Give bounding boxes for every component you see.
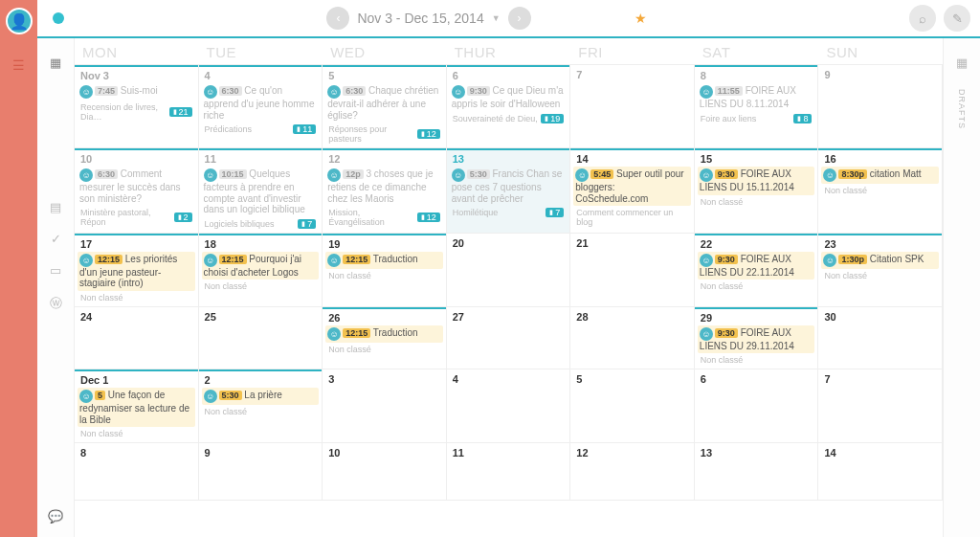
search-button[interactable]: ⌕ xyxy=(909,5,936,32)
event[interactable]: ☺7:45 Suis-moi xyxy=(78,83,195,101)
day-cell[interactable]: 28 xyxy=(570,307,695,370)
day-cell[interactable]: 23☺1:30p Citation SPKNon classé xyxy=(818,234,943,307)
day-cell[interactable]: 17☺12:15 Les priorités d'un jeune pasteu… xyxy=(75,234,199,307)
day-number: 11 xyxy=(202,152,320,167)
day-cell[interactable]: 4 xyxy=(447,369,571,443)
stats-badge: 19 xyxy=(541,114,564,123)
event[interactable]: ☺11:55 FOIRE AUX LIENS DU 8.11.2014 xyxy=(698,83,815,112)
check-icon[interactable]: ✓ xyxy=(51,232,61,246)
drafts-calendar-icon[interactable]: ▦ xyxy=(956,56,968,70)
drafts-label[interactable]: DRAFTS xyxy=(957,89,967,129)
event[interactable]: ☺5:30 La prière xyxy=(202,388,320,405)
event[interactable]: ☺5:30 Francis Chan se pose ces 7 questio… xyxy=(450,167,568,206)
day-cell[interactable]: 10 xyxy=(323,443,447,501)
event[interactable]: ☺6:30 Chaque chrétien devrait-il adhérer… xyxy=(325,83,443,123)
star-icon[interactable]: ★ xyxy=(635,11,647,26)
day-cell[interactable]: 18☺12:15 Pourquoi j'ai choisi d'acheter … xyxy=(199,234,323,307)
calendar-icon[interactable]: ▤ xyxy=(50,200,61,214)
day-cell[interactable]: 13☺5:30 Francis Chan se pose ces 7 quest… xyxy=(447,148,571,234)
day-cell[interactable]: Dec 1☺5 Une façon de redynamiser sa lect… xyxy=(75,369,199,443)
day-cell[interactable]: 4☺6:30 Ce qu'on apprend d'u jeune homme … xyxy=(199,65,323,148)
week-row: 10☺6:30 Comment mesurer le succès dans s… xyxy=(75,148,943,234)
day-cell[interactable]: 10☺6:30 Comment mesurer le succès dans s… xyxy=(75,148,199,234)
date-range[interactable]: Nov 3 - Dec 15, 2014 xyxy=(357,11,483,26)
day-cell[interactable]: 5 xyxy=(570,369,695,443)
hamburger-icon[interactable]: ☰ xyxy=(12,57,25,73)
event[interactable]: ☺5:45 Super outil pour bloggers: CoSched… xyxy=(573,167,691,206)
day-cell[interactable]: 26☺12:15 TraductionNon classé xyxy=(323,307,447,370)
day-cell[interactable]: 8☺11:55 FOIRE AUX LIENS DU 8.11.2014Foir… xyxy=(695,65,819,148)
day-cell[interactable]: 6☺9:30 Ce que Dieu m'a appris le soir d'… xyxy=(447,65,571,148)
event-category: Recension de livres, Dia…21 xyxy=(78,101,195,123)
event[interactable]: ☺12:15 Traduction xyxy=(325,325,443,343)
event[interactable]: ☺6:30 Comment mesurer le succès dans son… xyxy=(78,167,195,206)
day-cell[interactable]: 29☺9:30 FOIRE AUX LIENS DU 29.11.2014Non… xyxy=(695,307,819,370)
category-label: Foire aux liens xyxy=(701,114,757,123)
category-label: Prédications xyxy=(205,124,253,134)
day-cell[interactable]: 2☺5:30 La prièreNon classé xyxy=(199,369,323,443)
day-cell[interactable]: 14☺5:45 Super outil pour bloggers: CoSch… xyxy=(570,148,695,234)
event[interactable]: ☺1:30p Citation SPK xyxy=(821,252,939,269)
day-cell[interactable]: 8 xyxy=(75,443,199,501)
event[interactable]: ☺9:30 FOIRE AUX LIENS DU 15.11.2014 xyxy=(698,167,815,195)
day-cell[interactable]: 3 xyxy=(323,369,447,443)
day-cell[interactable]: 7 xyxy=(818,369,943,443)
event-time: 6:30 xyxy=(95,169,118,179)
day-cell[interactable]: 15☺9:30 FOIRE AUX LIENS DU 15.11.2014Non… xyxy=(695,148,819,234)
day-cell[interactable]: 11 xyxy=(447,443,571,501)
day-topline xyxy=(199,148,323,150)
day-number: 25 xyxy=(202,310,320,324)
event-category: Prédications11 xyxy=(202,123,320,135)
day-cell[interactable]: Nov 3☺7:45 Suis-moiRecension de livres, … xyxy=(75,65,199,148)
stats-badge: 11 xyxy=(293,124,316,134)
day-cell[interactable]: 19☺12:15 TraductionNon classé xyxy=(323,234,447,307)
wordpress-icon[interactable]: ⓦ xyxy=(50,295,62,312)
day-number: Dec 1 xyxy=(78,373,195,388)
event[interactable]: ☺5 Une façon de redynamiser sa lecture d… xyxy=(78,388,195,427)
day-cell[interactable]: 27 xyxy=(447,307,571,370)
day-cell[interactable]: 14 xyxy=(818,443,943,501)
day-cell[interactable]: 7 xyxy=(570,65,695,148)
day-cell[interactable]: 11☺10:15 Quelques facteurs à prendre en … xyxy=(199,148,323,234)
day-cell[interactable]: 21 xyxy=(570,234,695,307)
event[interactable]: ☺10:15 Quelques facteurs à prendre en co… xyxy=(202,167,320,217)
event[interactable]: ☺9:30 FOIRE AUX LIENS DU 29.11.2014 xyxy=(698,325,815,354)
event[interactable]: ☺9:30 Ce que Dieu m'a appris le soir d'H… xyxy=(450,83,568,112)
event-category: Foire aux liens8 xyxy=(698,113,815,124)
edit-button[interactable]: ✎ xyxy=(944,5,970,32)
day-cell[interactable]: 30 xyxy=(818,307,943,370)
user-avatar[interactable]: 👤 xyxy=(6,8,33,34)
day-cell[interactable]: 13 xyxy=(695,443,819,501)
event-category: Non classé xyxy=(698,354,815,366)
grid-icon[interactable]: ▦ xyxy=(50,56,61,70)
day-number: 21 xyxy=(573,236,691,251)
event[interactable]: ☺8:30p citation Matt xyxy=(821,167,939,184)
event[interactable]: ☺6:30 Ce qu'on apprend d'u jeune homme r… xyxy=(202,83,320,123)
prev-button[interactable]: ‹ xyxy=(326,7,349,30)
day-cell[interactable]: 12 xyxy=(570,443,695,501)
event[interactable]: ☺12:15 Traduction xyxy=(325,252,443,269)
comment-icon[interactable]: 💬 xyxy=(48,509,63,524)
day-cell[interactable]: 9 xyxy=(199,443,323,501)
day-cell[interactable]: 22☺9:30 FOIRE AUX LIENS DU 22.11.2014Non… xyxy=(695,234,819,307)
list-icon[interactable]: ▭ xyxy=(50,263,61,278)
day-cell[interactable]: 12☺12p 3 choses que je retiens de ce dim… xyxy=(323,148,447,234)
week-row: 891011121314 xyxy=(75,443,943,501)
event-time: 12:15 xyxy=(343,255,370,264)
category-label: Ministère pastoral, Répon xyxy=(80,208,174,227)
event[interactable]: ☺12:15 Pourquoi j'ai choisi d'acheter Lo… xyxy=(202,252,320,280)
next-button[interactable]: › xyxy=(508,7,531,30)
chevron-down-icon[interactable]: ▼ xyxy=(492,13,501,23)
event[interactable]: ☺12:15 Les priorités d'un jeune pasteur-… xyxy=(78,252,195,291)
day-cell[interactable]: 25 xyxy=(199,307,323,370)
day-cell[interactable]: 6 xyxy=(695,369,819,443)
event[interactable]: ☺9:30 FOIRE AUX LIENS DU 22.11.2014 xyxy=(698,252,815,280)
day-cell[interactable]: 9 xyxy=(818,65,943,148)
day-number: 9 xyxy=(202,446,320,460)
day-number: 5 xyxy=(325,69,443,83)
event[interactable]: ☺12p 3 choses que je retiens de ce diman… xyxy=(325,167,443,206)
day-cell[interactable]: 16☺8:30p citation MattNon classé xyxy=(818,148,943,234)
day-cell[interactable]: 24 xyxy=(75,307,199,370)
day-cell[interactable]: 20 xyxy=(447,234,571,307)
day-cell[interactable]: 5☺6:30 Chaque chrétien devrait-il adhére… xyxy=(323,65,447,148)
